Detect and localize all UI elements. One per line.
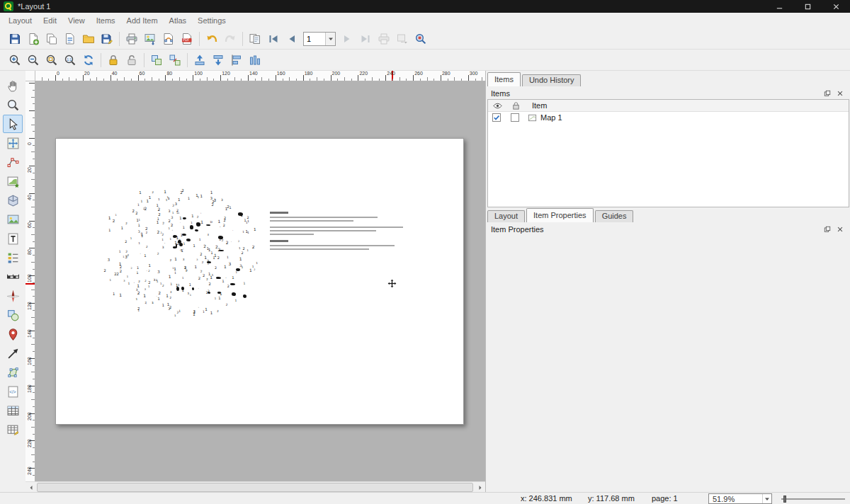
save-project-button[interactable] [6, 30, 24, 48]
layout-canvas[interactable]: 2121111·331·1·121111233·111·132112121122… [35, 81, 485, 481]
map-scatter-glyph: 3 [221, 199, 223, 202]
export-image-button[interactable] [141, 30, 159, 48]
print-layout-button[interactable] [123, 30, 141, 48]
distribute-items-button[interactable] [246, 51, 264, 69]
add-marker-button[interactable] [3, 325, 23, 343]
select-move-item-button[interactable] [3, 115, 23, 133]
zoom-to-feature-button[interactable] [412, 30, 430, 48]
add-fixed-table-button[interactable] [3, 420, 23, 439]
menu-view[interactable]: View [62, 14, 91, 27]
scroll-left-button[interactable] [26, 483, 36, 492]
lock-checkbox[interactable] [511, 113, 519, 122]
map-text-line [270, 230, 376, 231]
tab-item-properties[interactable]: Item Properties [526, 208, 594, 222]
add-items-from-template-button[interactable] [79, 30, 98, 48]
first-feature-button[interactable] [264, 30, 283, 48]
last-feature-button[interactable] [356, 30, 375, 48]
save-as-template-button[interactable] [98, 30, 116, 48]
close-panel-button[interactable] [835, 224, 845, 234]
tab-undo-history[interactable]: Undo History [522, 74, 582, 86]
zoom-in-button[interactable] [6, 51, 24, 69]
previous-feature-button[interactable] [283, 30, 301, 48]
tab-items[interactable]: Items [487, 72, 521, 86]
add-scalebar-button[interactable] [3, 268, 23, 286]
duplicate-layout-button[interactable] [42, 30, 61, 48]
zoom-slider[interactable] [781, 498, 845, 500]
map-item[interactable]: 2121111·331·1·121111233·111·132112121122… [100, 180, 259, 321]
map-scatter-glyph: 1 [115, 214, 116, 217]
map-scatter-glyph: 1 [218, 297, 220, 300]
add-legend-button[interactable] [3, 248, 23, 267]
map-text-block[interactable] [270, 212, 408, 251]
undo-button[interactable] [203, 30, 221, 48]
horizontal-scrollbar[interactable] [26, 481, 485, 492]
new-layout-button[interactable] [24, 30, 42, 48]
ungroup-items-button[interactable] [166, 51, 184, 69]
move-item-content-button[interactable] [3, 134, 23, 152]
unlock-all-items-button[interactable] [123, 51, 141, 69]
items-list-row-map1[interactable]: Map 1 [488, 112, 849, 124]
zoom-full-button[interactable] [42, 51, 61, 69]
ruler-tick [461, 79, 462, 81]
align-items-button[interactable] [227, 51, 246, 69]
map-scatter-blob [183, 217, 186, 219]
add-picture-button[interactable] [3, 210, 23, 229]
preview-atlas-button[interactable] [246, 30, 264, 48]
atlas-page-spinbox[interactable] [303, 32, 336, 46]
zoom-dropdown-icon[interactable] [762, 494, 771, 503]
layout-page[interactable]: 2121111·331·1·121111233·111·132112121122… [55, 138, 464, 425]
layout-manager-button[interactable] [61, 30, 79, 48]
menu-items[interactable]: Items [91, 14, 121, 27]
refresh-view-button[interactable] [79, 51, 98, 69]
close-button[interactable] [822, 0, 850, 13]
add-shape-button[interactable] [3, 306, 23, 324]
next-feature-button[interactable] [338, 30, 356, 48]
menu-atlas[interactable]: Atlas [164, 14, 192, 27]
ruler-tick [33, 406, 35, 407]
zoom-out-button[interactable] [24, 51, 42, 69]
zoom-button[interactable] [3, 96, 23, 114]
minimize-button[interactable] [765, 0, 793, 13]
atlas-page-dropdown-button[interactable] [325, 33, 335, 45]
map-scatter-glyph: · [172, 229, 174, 232]
add-north-arrow-button[interactable] [3, 287, 23, 305]
scrollbar-thumb[interactable] [37, 483, 473, 492]
add-map-button[interactable] [3, 172, 23, 190]
menu-layout[interactable]: Layout [3, 14, 38, 27]
add-node-item-button[interactable] [3, 363, 23, 382]
menu-edit[interactable]: Edit [38, 14, 62, 27]
export-svg-button[interactable] [159, 30, 178, 48]
menu-settings[interactable]: Settings [192, 14, 232, 27]
add-label-button[interactable] [3, 229, 23, 248]
maximize-button[interactable] [793, 0, 822, 13]
edit-nodes-item-button[interactable] [3, 153, 23, 171]
add-attribute-table-button[interactable] [3, 401, 23, 420]
map-scatter-glyph: 1 [210, 191, 213, 195]
raise-items-button[interactable] [191, 51, 209, 69]
add-map-icon [6, 175, 20, 188]
float-panel-button[interactable] [822, 224, 832, 234]
scroll-right-button[interactable] [475, 483, 485, 492]
float-panel-button[interactable] [822, 88, 832, 98]
export-pdf-button[interactable]: PDF [178, 30, 196, 48]
close-panel-button[interactable] [835, 88, 845, 98]
zoom-level-combobox[interactable]: 51.9% [708, 493, 772, 504]
add-3d-map-button[interactable] [3, 191, 23, 210]
lock-selected-items-button[interactable] [104, 51, 123, 69]
menu-add-item[interactable]: Add Item [121, 14, 164, 27]
redo-button[interactable] [221, 30, 239, 48]
group-items-button[interactable] [147, 51, 166, 69]
pan-button[interactable] [3, 76, 23, 95]
print-atlas-button[interactable] [375, 30, 393, 48]
add-arrow-button[interactable] [3, 344, 23, 362]
export-atlas-button[interactable] [393, 30, 412, 48]
zoom-slider-handle[interactable] [783, 496, 786, 503]
tab-layout[interactable]: Layout [487, 210, 525, 222]
atlas-page-input[interactable] [304, 33, 325, 45]
export-pdf-icon: PDF [181, 33, 193, 45]
visibility-checkbox[interactable] [492, 113, 501, 122]
lower-items-button[interactable] [209, 51, 227, 69]
tab-guides[interactable]: Guides [595, 210, 634, 222]
add-html-button[interactable]: </> [3, 382, 23, 401]
zoom-actual-button[interactable]: 1:1 [61, 51, 79, 69]
